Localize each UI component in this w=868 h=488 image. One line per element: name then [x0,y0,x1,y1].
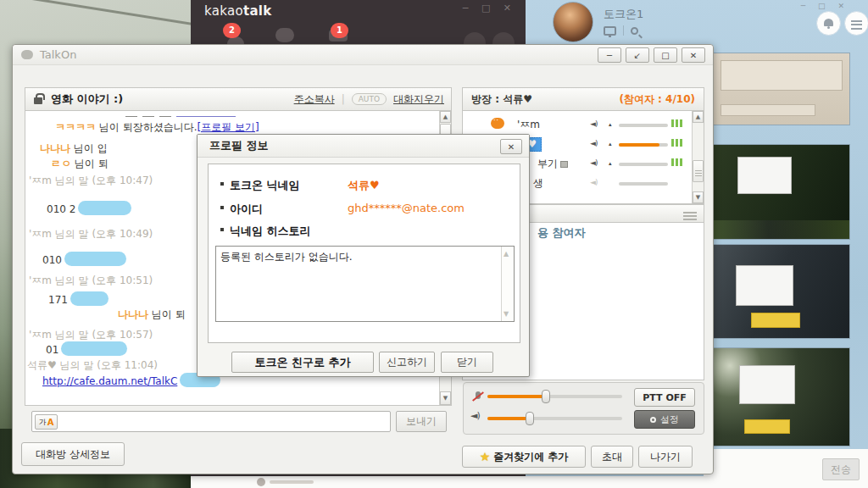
ptt-off-button[interactable]: PTT OFF [634,388,695,407]
message-meta: 'ㅉm 님의 말 (오후 10:51) [29,274,153,286]
invite-button[interactable]: 초대 [591,446,633,468]
maximize-button[interactable]: □ [654,47,677,63]
redaction-scribble [78,201,131,215]
leave-button[interactable]: 나가기 [638,446,693,468]
font-emoticon-button[interactable]: 가A [35,414,58,430]
close-button[interactable]: ✕ [682,47,705,63]
participants-count: (참여자 : 4/10) [619,92,695,107]
send-button[interactable]: 보내기 [396,411,447,432]
chat-message: ㅋㅋㅋㅋ 님이 퇴장하셨습니다.[프로필 보기] [55,120,259,134]
screen-share-icon[interactable] [604,26,616,36]
message-meta: 석류♥ 님의 말 (오후 11:04) [27,359,158,371]
add-favorite-button[interactable]: ★즐겨찾기에 추가 [462,446,586,468]
signal-bars-icon [671,139,682,147]
participant-row[interactable]: 'ㅉm◄)▴ [463,116,704,135]
chat-message: 171 [48,291,108,307]
send-transfer-button[interactable]: 전송 [822,458,860,480]
chat-message: 010 2 [47,201,131,216]
participant-volume-slider[interactable] [619,182,668,186]
attachment-thumbnail-screenshot-beige-ui[interactable] [713,53,850,125]
field-label: 닉네임 히스토리 [230,224,330,239]
report-button[interactable]: 신고하기 [379,352,435,373]
participant-name[interactable]: 'ㅉm [517,118,540,132]
scroll-down-button[interactable]: ▼ [504,310,509,318]
participant-name[interactable]: 부기 [537,157,568,171]
participant-volume-slider[interactable] [619,124,668,127]
signal-bars-icon [671,119,682,127]
participant-scrollbar[interactable]: ▲ ▼ [692,111,704,203]
scroll-down-button[interactable]: ▼ [693,191,704,203]
panel-header: 방장 : 석류♥ (참여자 : 4/10) [462,87,704,111]
copy-address-link[interactable]: 주소복사 [294,92,335,107]
kakaotalk-window-controls[interactable]: ─ □ ✕ [463,3,516,14]
desktop: kakaotalk ─ □ ✕ 2 1 토크온1 ─ □ ✕ 전송 [0,0,868,488]
chat-url-link[interactable]: http://cafe.daum.net/TalkC [42,375,177,387]
tiny-avatar [257,478,265,486]
speaker-icon[interactable]: ◄) [590,178,597,186]
message-text: 01 [46,344,58,356]
add-talkon-friend-button[interactable]: 토크온 친구로 추가 [231,352,374,373]
scroll-up-button[interactable]: ▲ [693,111,704,123]
nickname-history-box[interactable]: 등록된 히스토리가 없습니다. ▲ ▼ [215,246,515,322]
minimize-button[interactable]: ─ [598,47,621,63]
chat-message: http://cafe.daum.net/TalkC [42,373,220,388]
friends-badge: 2 [223,23,241,38]
dialog-close-button[interactable]: ✕ [500,139,522,154]
dialog-titlebar[interactable]: 프로필 정보 ✕ [198,135,529,158]
chatroom-window-controls[interactable]: ─ □ ✕ [801,2,849,10]
mic-slider-handle[interactable] [542,390,550,403]
talkon-window-title: TalkOn [40,48,76,61]
chat-message: 나나나 님이 퇴 [118,308,186,321]
chats-tab-icon[interactable] [275,25,298,44]
scrollbar-thumb[interactable] [693,160,704,182]
chat-message: 'ㅉm 님의 말 (오후 10:47) [29,174,153,187]
search-icon[interactable] [631,27,638,35]
talkon-titlebar[interactable]: TalkOn ─ ↙ □ ✕ [13,45,713,65]
redaction-scribble [61,341,127,356]
chat-message: 'ㅉm 님의 말 (오후 10:51) [29,274,153,287]
chatroom-input-strip [526,476,868,488]
message-text: 171 [48,294,68,306]
dock-button[interactable]: ↙ [626,47,649,63]
field-label: 토크온 닉네임 [230,178,330,193]
participant-volume-slider[interactable] [619,163,668,166]
history-scrollbar[interactable]: ▲ ▼ [501,247,514,321]
clear-chat-link[interactable]: 대화지우기 [393,92,444,107]
profile-field: 닉네임 히스토리 [220,224,330,239]
profile-view-link[interactable]: [프로필 보기] [197,121,259,133]
attachment-thumbnail-screenshot-game-dialog-sunlight[interactable] [713,347,850,446]
speaker-icon[interactable]: ◄) [590,158,597,167]
speaker-volume-slider[interactable] [487,417,622,420]
speaker-slider-handle[interactable] [526,412,534,425]
chat-message: 'ㅉm 님의 말 (오후 10:49) [29,227,153,241]
mic-volume-slider[interactable] [487,395,622,398]
room-header: 영화 이야기 :) 주소복사 | AUTO 대화지우기 [25,87,452,111]
participant-name[interactable]: 생 [533,176,543,191]
volume-controls: PTT OFF ◄) 설정 [463,382,704,435]
profile-field: 아이디ghd******@nate.com [220,202,330,217]
speaker-icon[interactable]: ◄) [590,139,597,147]
message-meta: 'ㅉm 님의 말 (오후 10:49) [29,228,153,240]
section-label: 용 참여자 [537,225,586,241]
attachment-thumbnail-screenshot-game-dialog-banner[interactable] [713,244,850,339]
notification-bell-button[interactable] [816,11,841,36]
settings-button[interactable]: 설정 [634,410,695,429]
speaker-icon[interactable]: ◄) [590,119,597,128]
close-dialog-button[interactable]: 닫기 [441,352,493,373]
chatroom-avatar[interactable] [553,2,593,42]
message-input[interactable] [31,411,391,432]
chatroom-menu-button[interactable] [844,11,868,36]
room-detail-button[interactable]: 대화방 상세정보 [21,442,125,466]
scroll-down-button[interactable]: ▼ [440,391,451,405]
participant-volume-slider[interactable] [619,143,668,147]
scroll-up-button[interactable]: ▲ [440,111,451,123]
drag-grip-icon[interactable] [683,210,697,222]
talkon-window-controls: ─ ↙ □ ✕ [598,47,705,63]
attachment-thumbnail-screenshot-game-dialog[interactable] [713,144,850,240]
scroll-up-button[interactable]: ▲ [504,250,509,258]
message-text: 님이 퇴장하셨습니다. [96,121,197,133]
chat-message: ㄹㅇ 님이 퇴 [51,157,108,170]
volume-indicator-icon: ▴ [609,121,612,128]
message-text: 님이 퇴 [148,308,186,320]
redaction-scribble [64,252,126,266]
